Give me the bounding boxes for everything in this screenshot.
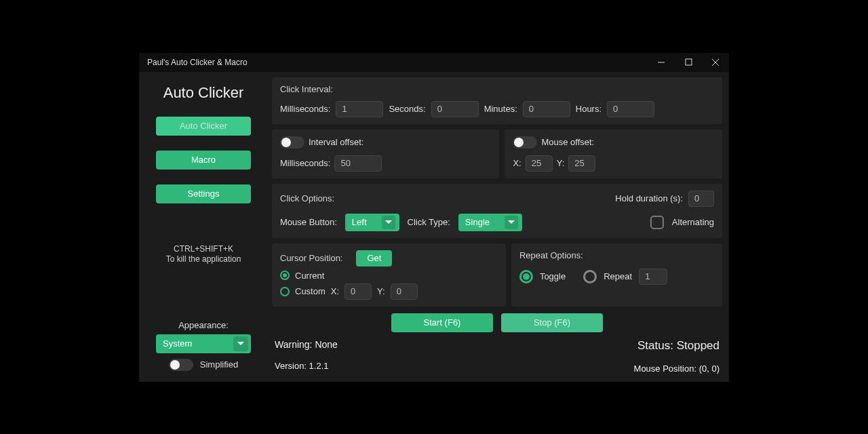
hold-duration-label: Hold duration (s): [615,193,683,203]
click-interval-panel: Click Interval: Milliseconds: Seconds: M… [272,77,722,124]
mouse-offset-x-label: X: [513,158,521,168]
click-type-value: Single [465,217,490,227]
click-type-label: Click Type: [408,217,450,227]
nav-macro[interactable]: Macro [156,151,251,170]
click-options-title: Click Options: [280,193,334,203]
cursor-position-panel: Cursor Position: Get Current Custom X: Y… [272,243,506,307]
mouse-offset-panel: Mouse offset: X: Y: [505,130,722,178]
cursor-x-label: X: [331,286,339,296]
simplified-toggle[interactable] [169,359,193,371]
kill-instructions: CTRL+SHIFT+K To kill the application [166,244,241,265]
cursor-x-input[interactable] [344,283,372,300]
mouse-offset-y-label: Y: [557,158,565,168]
window-controls [648,53,729,72]
click-type-select[interactable]: Single [458,214,522,231]
titlebar: Paul's Auto Clicker & Macro [139,53,729,72]
start-button[interactable]: Start (F6) [391,313,493,332]
repeat-options-title: Repeat Options: [519,250,714,260]
mouse-button-select[interactable]: Left [345,214,399,231]
hold-duration-input[interactable] [688,191,714,207]
close-button[interactable] [702,53,729,72]
footer: Warning: None Version: 1.2.1 Status: Sto… [272,338,722,375]
nav-settings[interactable]: Settings [156,184,251,203]
simplified-label: Simplified [200,359,238,370]
mouse-offset-x-input[interactable] [526,155,553,172]
hr-label: Hours: [576,104,601,114]
repeat-radio[interactable] [583,270,597,283]
hr-input[interactable] [607,101,654,117]
appearance-select[interactable]: System [156,334,251,353]
mouse-button-label: Mouse Button: [280,217,337,227]
content: Auto Clicker Auto Clicker Macro Settings… [139,72,729,382]
mouse-offset-y-input[interactable] [568,155,595,172]
sidebar-bottom: Appearance: System Simplified [146,320,261,375]
alternating-checkbox[interactable] [650,216,664,229]
nav-auto-clicker[interactable]: Auto Clicker [156,117,251,136]
alternating-label: Alternating [672,217,714,227]
minimize-button[interactable] [648,53,675,72]
warning-text: Warning: None [275,339,338,350]
main: Click Interval: Milliseconds: Seconds: M… [268,72,729,382]
status-text: Status: Stopped [637,339,719,353]
click-options-panel: Click Options: Hold duration (s): Mouse … [272,184,722,238]
stop-button[interactable]: Stop (F6) [501,313,603,332]
min-label: Minutes: [484,104,517,114]
chevron-down-icon [505,216,518,229]
version-text: Version: 1.2.1 [275,361,338,371]
min-input[interactable] [523,101,570,117]
cursor-y-label: Y: [377,286,385,296]
window-title: Paul's Auto Clicker & Macro [139,58,648,67]
repeat-count-input[interactable] [639,269,667,285]
cursor-custom-radio[interactable] [280,287,290,296]
toggle-label: Toggle [540,271,566,281]
cursor-current-label: Current [295,271,324,281]
appearance-value: System [163,338,192,349]
kill-hotkey: CTRL+SHIFT+K [166,244,241,255]
mouse-offset-title: Mouse offset: [541,137,594,147]
close-icon [711,58,719,66]
ms-input[interactable] [336,101,383,117]
cursor-y-input[interactable] [391,283,418,300]
click-interval-title: Click Interval: [280,84,714,94]
toggle-radio[interactable] [519,270,533,283]
sidebar: Auto Clicker Auto Clicker Macro Settings… [139,72,268,382]
mouse-offset-toggle[interactable] [513,136,537,149]
svg-rect-1 [686,59,692,65]
sec-label: Seconds: [389,104,425,114]
cursor-current-radio[interactable] [280,271,290,280]
app-window: Paul's Auto Clicker & Macro Auto Clicker… [139,53,729,382]
chevron-down-icon [382,216,395,229]
ms-label: Milliseconds: [280,104,330,114]
interval-offset-ms-input[interactable] [334,155,382,172]
sec-input[interactable] [431,101,479,117]
maximize-icon [685,58,692,66]
kill-text: To kill the application [166,254,241,265]
action-buttons: Start (F6) Stop (F6) [272,313,722,332]
mouse-button-value: Left [352,217,367,227]
cursor-position-title: Cursor Position: [280,253,342,263]
maximize-button[interactable] [675,53,702,72]
minimize-icon [657,58,665,66]
interval-offset-toggle[interactable] [280,136,304,149]
get-position-button[interactable]: Get [356,250,392,267]
mouse-position-text: Mouse Position: (0, 0) [634,363,719,374]
page-title: Auto Clicker [163,84,244,102]
chevron-down-icon [233,336,248,351]
repeat-label: Repeat [604,271,632,281]
interval-offset-panel: Interval offset: Milliseconds: [272,130,499,178]
interval-offset-title: Interval offset: [309,137,363,147]
appearance-label: Appearance: [146,320,261,330]
interval-offset-ms-label: Milliseconds: [280,158,330,168]
cursor-custom-label: Custom [295,286,326,296]
repeat-options-panel: Repeat Options: Toggle Repeat [511,243,722,307]
